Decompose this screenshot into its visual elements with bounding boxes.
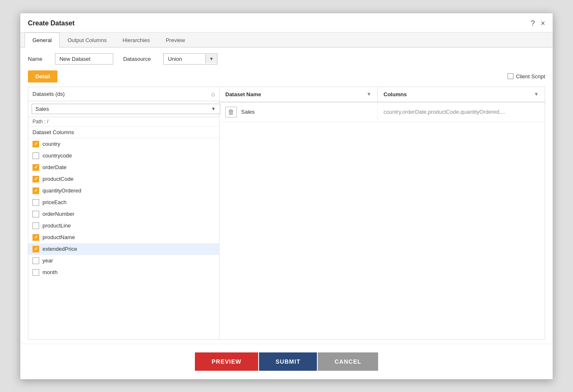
column-name: month xyxy=(42,269,57,275)
datasource-select-wrapper: Union Join Simple ▼ xyxy=(163,53,217,65)
column-name: quantityOrdered xyxy=(42,187,81,194)
detail-client-row: Detail Client Script xyxy=(20,70,553,87)
main-content: Datasets (ds) ⌂ Sales ▼ Path : / Dataset… xyxy=(20,87,553,344)
name-label: Name xyxy=(28,56,42,62)
column-name: productLine xyxy=(42,222,71,229)
column-name: extendedPrice xyxy=(42,246,77,252)
client-script-label: Client Script xyxy=(516,73,545,80)
tab-preview[interactable]: Preview xyxy=(158,32,193,47)
detail-button[interactable]: Detail xyxy=(28,70,57,82)
column-name: orderNumber xyxy=(42,211,75,217)
table-row: 🗑 Sales country,orderDate,productCode,qu… xyxy=(219,102,545,122)
column-item[interactable]: countrycode xyxy=(28,150,219,162)
col-header-dataset-name: Dataset Name ▼ xyxy=(219,87,378,102)
column-name: countrycode xyxy=(42,152,72,159)
column-item[interactable]: month xyxy=(28,267,219,278)
datasource-select[interactable]: Union Join Simple xyxy=(164,54,205,64)
datasource-select-arrow: ▼ xyxy=(205,54,217,63)
column-item[interactable]: productCode xyxy=(28,173,219,185)
column-checkbox[interactable] xyxy=(32,152,39,159)
tabs: General Output Columns Hierarchies Previ… xyxy=(20,32,553,47)
column-checkbox[interactable] xyxy=(32,269,39,276)
name-input[interactable] xyxy=(55,53,113,65)
column-name: productName xyxy=(42,234,75,240)
column-checkbox[interactable] xyxy=(32,141,39,147)
submit-button[interactable]: SUBMIT xyxy=(259,352,317,371)
client-script-area: Client Script xyxy=(508,73,545,80)
dialog-controls: ? × xyxy=(531,19,545,28)
column-checkbox[interactable] xyxy=(32,176,39,182)
column-item[interactable]: productName xyxy=(28,232,219,243)
column-item[interactable]: extendedPrice xyxy=(28,243,219,255)
path-value: / xyxy=(47,119,48,125)
datasource-label: Datasource xyxy=(123,56,151,62)
tab-output-columns[interactable]: Output Columns xyxy=(60,32,115,47)
column-item[interactable]: year xyxy=(28,255,219,267)
table-header: Dataset Name ▼ Columns ▼ xyxy=(219,87,545,102)
home-icon[interactable]: ⌂ xyxy=(211,90,215,97)
columns-header: Dataset Columns xyxy=(28,127,219,138)
ds-select[interactable]: Sales xyxy=(32,104,220,114)
column-item[interactable]: orderNumber xyxy=(28,208,219,220)
left-panel-header: Datasets (ds) ⌂ xyxy=(28,87,219,101)
path-row: Path : / xyxy=(28,117,219,127)
column-checkbox[interactable] xyxy=(32,211,39,217)
column-checkbox[interactable] xyxy=(32,199,39,206)
columns-filter-icon[interactable]: ▼ xyxy=(534,91,539,97)
right-panel: Dataset Name ▼ Columns ▼ 🗑 Sales country… xyxy=(219,87,545,340)
left-panel: Datasets (ds) ⌂ Sales ▼ Path : / Dataset… xyxy=(28,87,219,340)
column-item[interactable]: priceEach xyxy=(28,197,219,208)
column-name: country xyxy=(42,141,60,147)
form-row: Name Datasource Union Join Simple ▼ xyxy=(20,47,553,70)
column-name: productCode xyxy=(42,176,73,182)
columns-list: countrycountrycodeorderDateproductCodequ… xyxy=(28,138,219,339)
column-checkbox[interactable] xyxy=(32,246,39,252)
dialog-titlebar: Create Dataset ? × xyxy=(20,13,553,32)
column-item[interactable]: orderDate xyxy=(28,162,219,173)
help-icon[interactable]: ? xyxy=(531,19,535,28)
column-item[interactable]: quantityOrdered xyxy=(28,185,219,197)
column-item[interactable]: country xyxy=(28,138,219,150)
column-name: orderDate xyxy=(42,164,67,170)
table-cell-columns: country,orderDate,productCode,quantityOr… xyxy=(378,105,545,119)
column-name: year xyxy=(42,257,53,264)
table-cell-name: 🗑 Sales xyxy=(219,102,378,122)
ds-select-row: Sales ▼ xyxy=(28,101,219,117)
dialog-title: Create Dataset xyxy=(28,20,75,27)
column-name: priceEach xyxy=(42,199,67,205)
dataset-name-value: Sales xyxy=(241,109,255,115)
tab-general[interactable]: General xyxy=(25,32,60,47)
client-script-checkbox[interactable] xyxy=(508,73,513,79)
tab-hierarchies[interactable]: Hierarchies xyxy=(115,32,158,47)
column-checkbox[interactable] xyxy=(32,234,39,241)
delete-icon[interactable]: 🗑 xyxy=(225,107,237,117)
left-panel-title: Datasets (ds) xyxy=(32,91,65,97)
column-checkbox[interactable] xyxy=(32,164,39,171)
column-item[interactable]: productLine xyxy=(28,220,219,232)
preview-button[interactable]: PREVIEW xyxy=(195,352,258,371)
close-icon[interactable]: × xyxy=(541,19,545,28)
footer: PREVIEW SUBMIT CANCEL xyxy=(20,344,553,379)
column-checkbox[interactable] xyxy=(32,222,39,229)
dataset-name-filter-icon[interactable]: ▼ xyxy=(366,91,371,97)
path-label: Path : xyxy=(32,119,45,125)
column-checkbox[interactable] xyxy=(32,187,39,194)
col-header-columns: Columns ▼ xyxy=(378,87,545,102)
create-dataset-dialog: Create Dataset ? × General Output Column… xyxy=(20,13,553,380)
cancel-button[interactable]: CANCEL xyxy=(318,352,378,371)
column-checkbox[interactable] xyxy=(32,257,39,264)
